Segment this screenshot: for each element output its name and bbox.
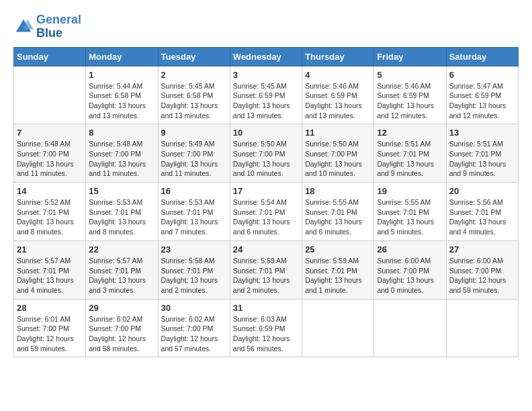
day-cell: 14Sunrise: 5:52 AM Sunset: 7:01 PM Dayli… xyxy=(14,183,86,241)
day-cell: 7Sunrise: 5:48 AM Sunset: 7:00 PM Daylig… xyxy=(14,124,86,183)
day-number: 31 xyxy=(233,303,299,313)
day-cell: 10Sunrise: 5:50 AM Sunset: 7:00 PM Dayli… xyxy=(230,124,302,183)
day-number: 3 xyxy=(233,70,299,80)
day-cell: 26Sunrise: 6:00 AM Sunset: 7:00 PM Dayli… xyxy=(374,240,446,299)
day-info: Sunrise: 5:53 AM Sunset: 7:01 PM Dayligh… xyxy=(89,197,154,237)
calendar-table: SundayMondayTuesdayWednesdayThursdayFrid… xyxy=(13,47,519,358)
column-header-saturday: Saturday xyxy=(446,47,518,66)
day-cell: 5Sunrise: 5:46 AM Sunset: 6:59 PM Daylig… xyxy=(374,66,446,124)
logo-text: General Blue xyxy=(36,13,81,40)
day-number: 12 xyxy=(377,128,443,138)
day-number: 18 xyxy=(305,186,371,196)
day-number: 6 xyxy=(449,70,515,80)
day-cell: 29Sunrise: 6:02 AM Sunset: 7:00 PM Dayli… xyxy=(86,299,158,357)
day-number: 20 xyxy=(449,186,515,196)
day-info: Sunrise: 5:45 AM Sunset: 6:58 PM Dayligh… xyxy=(161,81,227,121)
day-number: 25 xyxy=(305,244,371,255)
week-row-5: 28Sunrise: 6:01 AM Sunset: 7:00 PM Dayli… xyxy=(14,299,519,357)
day-info: Sunrise: 5:47 AM Sunset: 6:59 PM Dayligh… xyxy=(449,81,515,121)
column-header-monday: Monday xyxy=(86,47,158,66)
day-cell: 12Sunrise: 5:51 AM Sunset: 7:01 PM Dayli… xyxy=(374,124,446,183)
day-info: Sunrise: 5:55 AM Sunset: 7:01 PM Dayligh… xyxy=(377,197,443,237)
day-cell: 17Sunrise: 5:54 AM Sunset: 7:01 PM Dayli… xyxy=(230,183,302,241)
day-cell xyxy=(14,66,86,124)
day-number: 22 xyxy=(89,244,154,255)
day-number: 2 xyxy=(161,70,227,80)
day-info: Sunrise: 6:00 AM Sunset: 7:00 PM Dayligh… xyxy=(449,256,515,295)
day-number: 14 xyxy=(17,186,83,196)
day-cell: 25Sunrise: 5:59 AM Sunset: 7:01 PM Dayli… xyxy=(302,240,374,299)
day-cell: 22Sunrise: 5:57 AM Sunset: 7:01 PM Dayli… xyxy=(86,240,158,299)
day-cell: 3Sunrise: 5:45 AM Sunset: 6:59 PM Daylig… xyxy=(230,66,302,124)
week-row-2: 7Sunrise: 5:48 AM Sunset: 7:00 PM Daylig… xyxy=(14,124,519,183)
day-cell: 28Sunrise: 6:01 AM Sunset: 7:00 PM Dayli… xyxy=(14,299,86,357)
day-number: 15 xyxy=(89,186,154,196)
day-number: 23 xyxy=(161,244,227,255)
day-info: Sunrise: 5:57 AM Sunset: 7:01 PM Dayligh… xyxy=(89,256,154,295)
week-row-3: 14Sunrise: 5:52 AM Sunset: 7:01 PM Dayli… xyxy=(14,183,519,241)
day-number: 26 xyxy=(377,244,443,255)
day-info: Sunrise: 5:48 AM Sunset: 7:00 PM Dayligh… xyxy=(17,139,83,179)
day-info: Sunrise: 5:59 AM Sunset: 7:01 PM Dayligh… xyxy=(305,256,371,295)
day-info: Sunrise: 5:49 AM Sunset: 7:00 PM Dayligh… xyxy=(161,139,227,179)
header: General Blue xyxy=(13,13,519,40)
day-info: Sunrise: 5:54 AM Sunset: 7:01 PM Dayligh… xyxy=(233,197,299,237)
column-header-sunday: Sunday xyxy=(14,47,86,66)
day-number: 4 xyxy=(305,70,371,80)
day-cell: 11Sunrise: 5:50 AM Sunset: 7:00 PM Dayli… xyxy=(302,124,374,183)
day-cell: 24Sunrise: 5:59 AM Sunset: 7:01 PM Dayli… xyxy=(230,240,302,299)
day-cell xyxy=(446,299,518,357)
day-info: Sunrise: 6:02 AM Sunset: 7:00 PM Dayligh… xyxy=(89,314,154,354)
week-row-1: 1Sunrise: 5:44 AM Sunset: 6:58 PM Daylig… xyxy=(14,66,519,124)
day-number: 11 xyxy=(305,128,371,138)
day-number: 21 xyxy=(17,244,83,255)
day-cell: 23Sunrise: 5:58 AM Sunset: 7:01 PM Dayli… xyxy=(158,240,230,299)
day-info: Sunrise: 6:00 AM Sunset: 7:00 PM Dayligh… xyxy=(377,256,443,295)
day-cell: 8Sunrise: 5:48 AM Sunset: 7:00 PM Daylig… xyxy=(86,124,158,183)
day-cell: 31Sunrise: 6:03 AM Sunset: 6:59 PM Dayli… xyxy=(230,299,302,357)
day-cell: 18Sunrise: 5:55 AM Sunset: 7:01 PM Dayli… xyxy=(302,183,374,241)
day-number: 28 xyxy=(17,303,83,313)
day-info: Sunrise: 5:52 AM Sunset: 7:01 PM Dayligh… xyxy=(17,197,83,237)
day-info: Sunrise: 5:53 AM Sunset: 7:01 PM Dayligh… xyxy=(161,197,227,237)
day-info: Sunrise: 5:51 AM Sunset: 7:01 PM Dayligh… xyxy=(377,139,443,179)
day-cell: 4Sunrise: 5:46 AM Sunset: 6:59 PM Daylig… xyxy=(302,66,374,124)
day-cell: 1Sunrise: 5:44 AM Sunset: 6:58 PM Daylig… xyxy=(86,66,158,124)
day-info: Sunrise: 5:50 AM Sunset: 7:00 PM Dayligh… xyxy=(233,139,299,179)
logo-icon xyxy=(13,17,34,37)
column-header-tuesday: Tuesday xyxy=(158,47,230,66)
day-number: 10 xyxy=(233,128,299,138)
day-cell: 6Sunrise: 5:47 AM Sunset: 6:59 PM Daylig… xyxy=(446,66,518,124)
day-cell: 20Sunrise: 5:56 AM Sunset: 7:01 PM Dayli… xyxy=(446,183,518,241)
day-info: Sunrise: 5:46 AM Sunset: 6:59 PM Dayligh… xyxy=(377,81,443,121)
day-cell: 27Sunrise: 6:00 AM Sunset: 7:00 PM Dayli… xyxy=(446,240,518,299)
day-number: 13 xyxy=(449,128,515,138)
day-info: Sunrise: 6:01 AM Sunset: 7:00 PM Dayligh… xyxy=(17,314,83,354)
day-info: Sunrise: 5:48 AM Sunset: 7:00 PM Dayligh… xyxy=(89,139,154,179)
day-cell: 30Sunrise: 6:02 AM Sunset: 7:00 PM Dayli… xyxy=(158,299,230,357)
column-header-wednesday: Wednesday xyxy=(230,47,302,66)
week-row-4: 21Sunrise: 5:57 AM Sunset: 7:01 PM Dayli… xyxy=(14,240,519,299)
day-number: 1 xyxy=(89,70,154,80)
day-cell: 13Sunrise: 5:51 AM Sunset: 7:01 PM Dayli… xyxy=(446,124,518,183)
day-info: Sunrise: 5:50 AM Sunset: 7:00 PM Dayligh… xyxy=(305,139,371,179)
day-number: 29 xyxy=(89,303,154,313)
column-header-friday: Friday xyxy=(374,47,446,66)
day-number: 24 xyxy=(233,244,299,255)
day-info: Sunrise: 5:44 AM Sunset: 6:58 PM Dayligh… xyxy=(89,81,154,121)
day-number: 8 xyxy=(89,128,154,138)
column-header-thursday: Thursday xyxy=(302,47,374,66)
day-info: Sunrise: 5:55 AM Sunset: 7:01 PM Dayligh… xyxy=(305,197,371,237)
day-cell: 21Sunrise: 5:57 AM Sunset: 7:01 PM Dayli… xyxy=(14,240,86,299)
day-cell xyxy=(374,299,446,357)
day-info: Sunrise: 5:58 AM Sunset: 7:01 PM Dayligh… xyxy=(161,256,227,295)
day-number: 19 xyxy=(377,186,443,196)
day-cell xyxy=(302,299,374,357)
day-number: 7 xyxy=(17,128,83,138)
day-info: Sunrise: 6:02 AM Sunset: 7:00 PM Dayligh… xyxy=(161,314,227,354)
day-number: 17 xyxy=(233,186,299,196)
day-number: 30 xyxy=(161,303,227,313)
day-info: Sunrise: 5:59 AM Sunset: 7:01 PM Dayligh… xyxy=(233,256,299,295)
day-info: Sunrise: 6:03 AM Sunset: 6:59 PM Dayligh… xyxy=(233,314,299,354)
day-cell: 2Sunrise: 5:45 AM Sunset: 6:58 PM Daylig… xyxy=(158,66,230,124)
